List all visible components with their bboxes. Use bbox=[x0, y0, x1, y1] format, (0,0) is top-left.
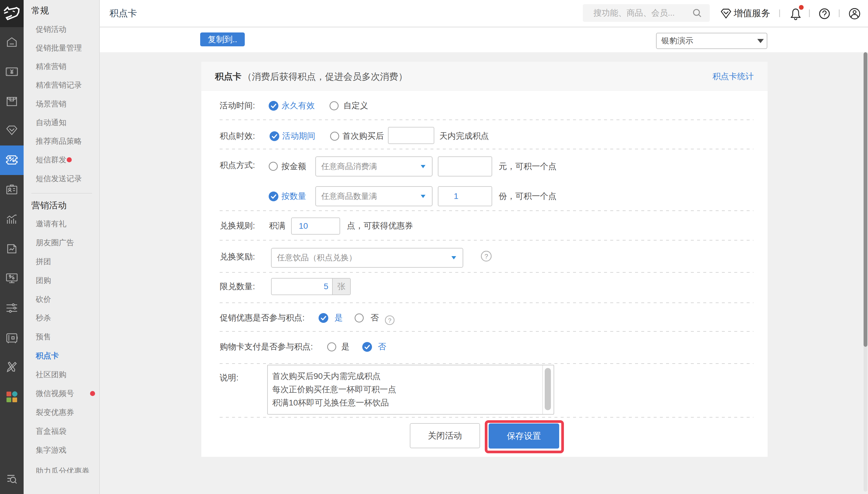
svg-text:?: ? bbox=[485, 253, 488, 260]
svg-text:?: ? bbox=[388, 317, 391, 324]
